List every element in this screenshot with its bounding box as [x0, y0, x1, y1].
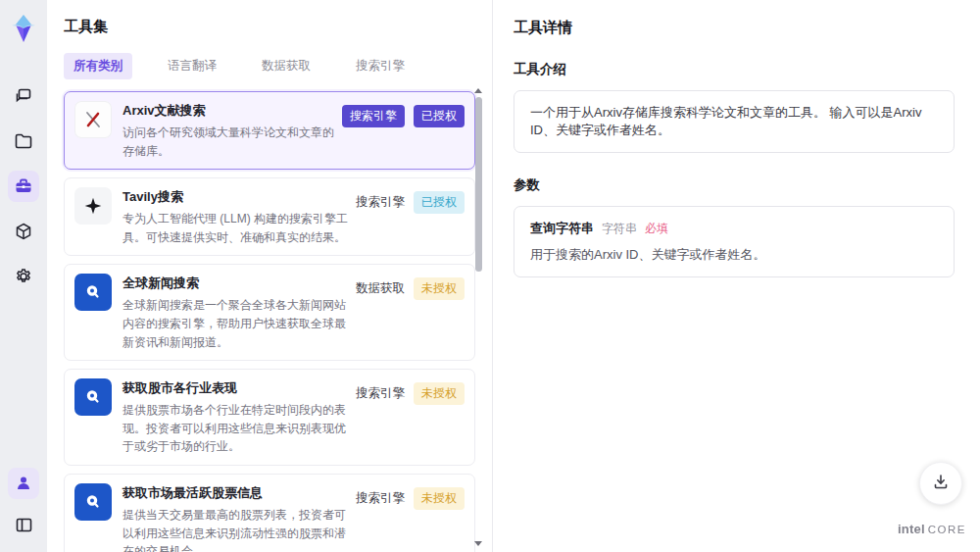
auth-badge: 已授权 [414, 191, 465, 214]
tool-row-active-stocks[interactable]: 获取市场最活跃股票信息 提供当天交易量最高的股票列表，投资者可以利用这些信息来识… [64, 474, 475, 552]
auth-badge: 已授权 [414, 105, 465, 127]
param-card: 查询字符串 字符串 必填 用于搜索的Arxiv ID、关键字或作者姓名。 [514, 206, 955, 277]
category-label: 数据获取 [356, 277, 405, 300]
intel-core-logo: intel core [898, 522, 966, 536]
intro-heading: 工具介绍 [514, 61, 955, 78]
sidebar-item-toolbox[interactable] [8, 171, 39, 202]
tool-desc: 专为人工智能代理 (LLM) 构建的搜索引擎工具。可快速提供实时、准确和真实的结… [122, 210, 356, 246]
category-badge: 搜索引擎 [342, 105, 405, 127]
left-rail [0, 0, 47, 552]
tool-desc: 提供股票市场各个行业在特定时间段内的表现。投资者可以利用这些信息来识别表现优于或… [122, 401, 356, 456]
detail-title: 工具详情 [514, 19, 955, 37]
tool-row-global-news[interactable]: 全球新闻搜索 全球新闻搜索是一个聚合全球各大新闻网站内容的搜索引擎，帮助用户快速… [64, 264, 475, 361]
auth-badge: 未授权 [414, 487, 465, 510]
folder-icon [14, 131, 33, 151]
tool-list: Arxiv文献搜索 访问各个研究领域大量科学论文和文章的存储库。 搜索引擎 已授… [64, 91, 475, 552]
arxiv-logo-icon [74, 101, 112, 138]
tool-row-tavily[interactable]: Tavily搜索 专为人工智能代理 (LLM) 构建的搜索引擎工具。可快速提供实… [64, 177, 475, 256]
stock-search-logo-icon [74, 483, 112, 521]
toolbox-icon [14, 176, 33, 196]
news-search-logo-icon [74, 274, 112, 311]
tool-list-panel: 工具集 所有类别 语言翻译 数据获取 搜索引擎 Arxiv文献搜索 访问各个研究… [47, 0, 492, 552]
tool-name: Arxiv文献搜索 [122, 102, 342, 120]
param-required-flag: 必填 [645, 221, 668, 237]
sidebar-item-panel-toggle[interactable] [8, 509, 39, 540]
intel-logo-text: intel [898, 522, 925, 536]
sidebar-item-cube[interactable] [8, 216, 39, 247]
intro-text: 一个用于从Arxiv存储库搜索科学论文和文章的工具。 输入可以是Arxiv ID… [530, 104, 938, 139]
chat-icon [14, 86, 33, 106]
sidebar-item-folder[interactable] [8, 125, 39, 157]
sidebar-item-settings[interactable] [8, 261, 39, 292]
app-window: 工具集 所有类别 语言翻译 数据获取 搜索引擎 Arxiv文献搜索 访问各个研究… [0, 0, 980, 552]
param-type: 字符串 [602, 221, 637, 237]
auth-badge: 未授权 [414, 382, 465, 405]
category-tabs: 所有类别 语言翻译 数据获取 搜索引擎 [64, 53, 492, 79]
gear-icon [14, 267, 33, 286]
category-label: 搜索引擎 [356, 191, 405, 214]
auth-badge: 未授权 [414, 277, 465, 300]
tool-detail-panel: 工具详情 工具介绍 一个用于从Arxiv存储库搜索科学论文和文章的工具。 输入可… [492, 0, 980, 552]
scroll-down-arrow[interactable] [474, 541, 482, 546]
scrollbar-thumb[interactable] [475, 97, 482, 272]
core-logo-text: core [928, 524, 966, 535]
tab-search-engine[interactable]: 搜索引擎 [346, 53, 415, 79]
list-scrollbar[interactable] [473, 86, 483, 552]
param-desc: 用于搜索的Arxiv ID、关键字或作者姓名。 [530, 246, 938, 264]
panel-layout-icon [15, 516, 33, 534]
tool-name: 获取市场最活跃股票信息 [122, 484, 356, 502]
scroll-up-arrow[interactable] [474, 88, 482, 93]
download-button[interactable] [919, 462, 962, 505]
tab-language-translation[interactable]: 语言翻译 [158, 53, 226, 79]
tab-all-categories[interactable]: 所有类别 [64, 53, 132, 79]
user-icon [15, 475, 32, 492]
download-icon [932, 473, 950, 494]
sidebar-item-user[interactable] [8, 468, 39, 499]
sidebar-item-chat[interactable] [8, 80, 39, 112]
tool-name: 获取股市各行业表现 [122, 379, 356, 397]
tool-desc: 提供当天交易量最高的股票列表，投资者可以利用这些信息来识别流动性强的股票和潜在的… [122, 506, 356, 552]
tool-desc: 全球新闻搜索是一个聚合全球各大新闻网站内容的搜索引擎，帮助用户快速获取全球最新资… [122, 296, 356, 351]
category-label: 搜索引擎 [356, 487, 405, 510]
tab-data-fetch[interactable]: 数据获取 [252, 53, 320, 79]
param-name: 查询字符串 [530, 220, 594, 237]
cube-icon [14, 222, 33, 241]
tool-row-stock-sectors[interactable]: 获取股市各行业表现 提供股票市场各个行业在特定时间段内的表现。投资者可以利用这些… [64, 369, 475, 466]
app-logo-icon[interactable] [7, 12, 40, 45]
stock-search-logo-icon [74, 378, 112, 416]
tool-name: 全球新闻搜索 [122, 275, 356, 292]
tool-desc: 访问各个研究领域大量科学论文和文章的存储库。 [122, 124, 342, 160]
intro-card: 一个用于从Arxiv存储库搜索科学论文和文章的工具。 输入可以是Arxiv ID… [514, 90, 955, 153]
params-heading: 参数 [514, 176, 955, 194]
tavily-logo-icon [74, 187, 112, 225]
tool-row-arxiv[interactable]: Arxiv文献搜索 访问各个研究领域大量科学论文和文章的存储库。 搜索引擎 已授… [64, 91, 475, 170]
category-label: 搜索引擎 [356, 382, 405, 405]
page-title: 工具集 [64, 18, 492, 36]
tool-name: Tavily搜索 [122, 188, 356, 206]
